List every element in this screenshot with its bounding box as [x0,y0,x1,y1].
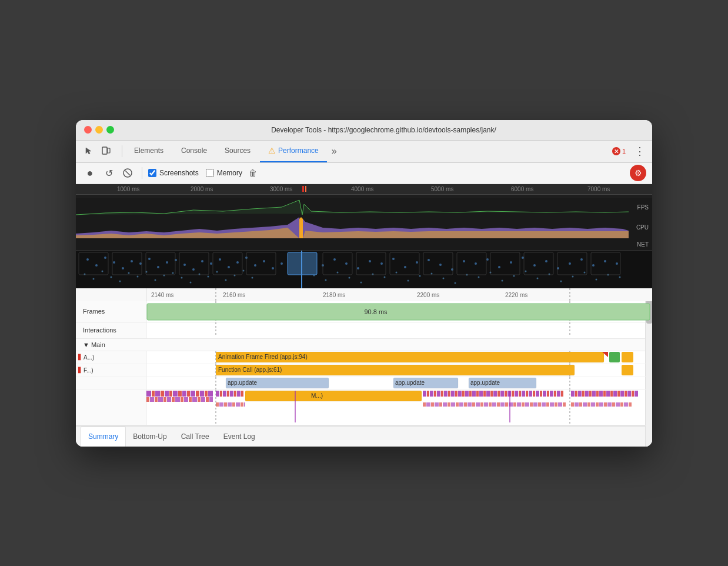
svg-rect-310 [525,402,529,407]
svg-rect-284 [244,402,245,407]
svg-rect-252 [543,391,546,397]
overview-wrapper: 1000 ms 2000 ms 3000 ms 4000 ms 5000 ms … [76,184,652,288]
tab-elements[interactable]: Elements [126,140,172,162]
memory-checkbox-label[interactable]: Memory [206,169,242,177]
svg-rect-177 [146,391,151,397]
flame-label-1-marker: ▋ [78,354,82,360]
svg-point-54 [128,272,130,274]
svg-rect-192 [146,397,149,402]
tab-sources-label: Sources [225,147,251,155]
svg-point-31 [139,262,142,265]
device-toolbar-button[interactable] [98,144,113,159]
overview-ruler: 1000 ms 2000 ms 3000 ms 4000 ms 5000 ms … [76,184,652,195]
svg-text:2140 ms: 2140 ms [151,292,173,298]
tab-bottom-up-label: Bottom-Up [133,432,166,441]
svg-point-30 [131,260,133,262]
tab-divider-1 [122,145,122,157]
screenshots-checkbox[interactable] [148,169,156,177]
svg-point-89 [533,264,536,267]
flame-label-2-text: F...) [84,367,93,374]
svg-point-119 [572,275,574,277]
minimize-button[interactable] [95,126,103,134]
svg-text:6000 ms: 6000 ms [511,186,533,192]
maximize-button[interactable] [106,126,114,134]
settings-button[interactable]: ⚙ [630,165,646,181]
svg-point-35 [175,259,177,261]
reload-record-button[interactable]: ↺ [101,165,117,181]
flame-row-2: ▋ F...) Function Call (app.js:61) [76,364,652,377]
tab-event-log[interactable]: Event Log [216,427,262,447]
more-tabs-button[interactable]: » [328,146,340,157]
tab-sources[interactable]: Sources [216,140,259,162]
flame-label-1-text: A...) [84,354,94,361]
svg-rect-232 [472,391,476,397]
svg-rect-24 [76,251,652,288]
svg-text:2160 ms: 2160 ms [223,292,245,298]
svg-point-93 [580,258,583,261]
screenshots-strip [76,250,652,288]
svg-rect-178 [152,391,155,397]
svg-rect-195 [158,397,163,402]
fps-track: FPS [76,198,652,216]
svg-point-83 [463,260,465,262]
svg-rect-237 [490,391,493,397]
overview-panel[interactable]: 1000 ms 2000 ms 3000 ms 4000 ms 5000 ms … [76,184,652,288]
svg-rect-210 [216,391,219,397]
screenshots-checkbox-label[interactable]: Screenshots [148,169,199,177]
svg-point-41 [228,266,230,268]
devtools-menu-button[interactable]: ⋮ [632,145,647,158]
tab-summary[interactable]: Summary [81,427,126,447]
svg-rect-246 [522,391,525,397]
flame-svg-2: Function Call (app.js:61) [146,364,652,377]
clear-button[interactable] [119,165,136,181]
flame-label-2-marker: ▋ [78,367,82,373]
svg-point-81 [439,264,442,266]
trash-button[interactable]: 🗑 [245,165,261,181]
svg-point-82 [451,268,453,271]
error-badge[interactable]: ✕ 1 [609,146,629,157]
svg-rect-194 [155,397,158,402]
svg-point-77 [392,258,395,260]
svg-marker-21 [299,217,303,238]
svg-rect-229 [462,391,465,397]
tab-bottom-up[interactable]: Bottom-Up [126,427,173,447]
svg-rect-216 [237,391,241,397]
close-button[interactable] [84,126,92,134]
tab-call-tree[interactable]: Call Tree [174,427,216,447]
svg-point-33 [157,266,159,268]
svg-point-38 [201,260,203,262]
svg-rect-329 [607,402,612,407]
svg-point-104 [396,271,398,273]
flame-label-3 [76,377,146,389]
svg-rect-316 [550,402,554,407]
main-label: ▼ Main [83,341,105,348]
svg-point-120 [584,271,586,273]
svg-text:7000 ms: 7000 ms [587,186,610,192]
svg-rect-257 [561,391,563,397]
svg-rect-299 [480,402,483,407]
flame-svg-1: Animation Frame Fired (app.js:94) [146,351,652,364]
svg-point-50 [93,278,95,279]
memory-checkbox[interactable] [206,169,214,177]
inspect-button[interactable] [81,144,96,159]
record-button[interactable]: ● [82,165,98,181]
svg-rect-235 [483,391,486,397]
svg-rect-306 [509,402,513,407]
tab-console[interactable]: Console [173,140,215,162]
tab-performance[interactable]: ⚠ Performance [260,140,327,162]
svg-rect-188 [196,391,199,397]
svg-rect-222 [437,391,440,397]
svg-rect-305 [505,402,508,407]
svg-point-68 [252,277,253,278]
svg-rect-202 [189,397,192,402]
svg-point-114 [513,275,515,277]
interactions-svg [146,322,652,337]
svg-rect-263 [589,391,592,397]
screenshots-label: Screenshots [159,169,199,177]
svg-rect-248 [529,391,532,397]
svg-text:5000 ms: 5000 ms [431,186,453,192]
svg-rect-23 [76,238,652,250]
svg-rect-311 [530,402,533,407]
svg-point-67 [243,269,245,271]
svg-rect-233 [476,391,479,397]
